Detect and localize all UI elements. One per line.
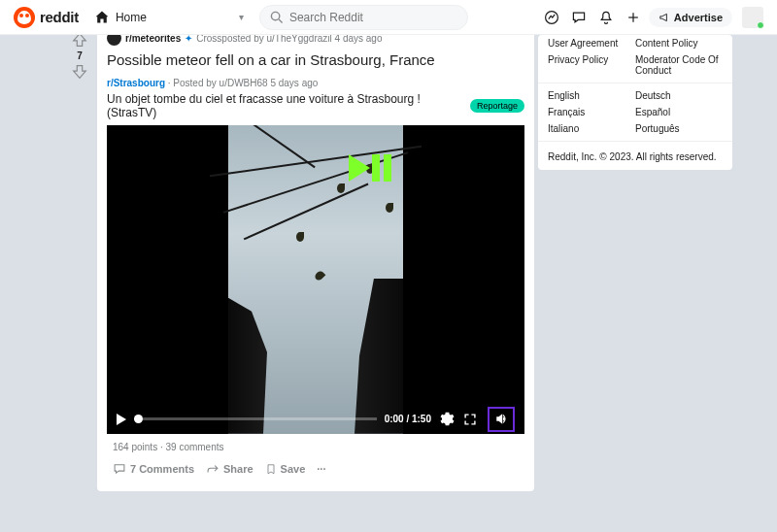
post-body: 7 r/meteorites ✦ Crossposted by u/TheYgg… [97,23,534,491]
popular-icon[interactable] [540,6,563,29]
settings-icon[interactable] [439,412,455,427]
vote-score: 7 [77,50,83,61]
footer-sidebar: User AgreementContent Policy Privacy Pol… [538,35,732,170]
search-input[interactable] [289,11,457,24]
crosspost-title: Un objet tombe du ciel et fracasse une v… [107,92,464,119]
link-mod-code[interactable]: Moderator Code Of Conduct [635,54,719,76]
reddit-snoo-icon [14,7,35,28]
video-player[interactable]: 0:00 / 1:50 [107,125,524,434]
cross-subreddit-link[interactable]: r/Strasbourg [107,78,165,88]
more-button[interactable]: ··· [317,463,325,475]
chat-icon[interactable] [567,6,591,29]
cross-posted-by: Posted by u/DWBH68 5 days ago [173,78,318,88]
post-actions: 7 Comments Share Save ··· [107,458,524,483]
feed-label: Home [116,11,233,24]
share-button[interactable]: Share [206,462,253,476]
svg-point-0 [271,12,279,19]
crosspost-title-row: Un objet tombe du ciel et fracasse une v… [107,92,524,119]
play-pause-overlay[interactable] [349,154,391,182]
save-button[interactable]: Save [265,462,306,476]
copyright-text: Reddit, Inc. © 2023. All rights reserved… [538,146,732,170]
lang-espanol[interactable]: Español [635,107,670,117]
post-flair[interactable]: Reportage [470,99,524,113]
create-post-icon[interactable] [622,6,645,29]
volume-button-highlighted[interactable] [488,407,515,432]
user-avatar[interactable] [742,7,763,28]
downvote-button[interactable] [71,63,88,81]
video-controls: 0:00 / 1:50 [107,405,524,434]
post-stats: 164 points · 39 comments [107,434,524,458]
app-header: reddit Home ▾ Advertise [0,0,777,35]
post-title: Possible meteor fell on a car in Strasbo… [107,51,524,70]
video-play-button[interactable] [117,414,126,425]
video-progress-bar[interactable] [134,417,377,420]
advertise-label: Advertise [674,12,723,23]
vote-widget: 7 [66,31,93,81]
home-icon [94,10,110,25]
lang-italiano[interactable]: Italiano [548,123,579,134]
search-icon [270,11,284,24]
fullscreen-icon[interactable] [462,412,478,427]
advertise-button[interactable]: Advertise [649,8,732,27]
lang-francais[interactable]: Français [548,107,585,117]
comments-button[interactable]: 7 Comments [113,462,194,476]
pause-icon [372,154,391,182]
chevron-down-icon: ▾ [239,12,244,22]
reddit-logo[interactable]: reddit [14,7,79,28]
progress-knob[interactable] [134,415,143,423]
lang-english[interactable]: English [548,90,580,101]
feed-selector[interactable]: Home ▾ [86,6,252,29]
post-card: 0 Comments Share Save 7 r/meteorites ✦ C… [97,0,534,491]
megaphone-icon [659,12,670,23]
svg-line-1 [279,19,283,23]
header-actions: Advertise [540,6,763,29]
lang-portugues[interactable]: Português [635,123,680,134]
link-content-policy[interactable]: Content Policy [635,38,697,49]
video-time: 0:00 / 1:50 [385,414,431,424]
post-column: 0 Comments Share Save 7 r/meteorites ✦ C… [97,0,534,491]
link-privacy-policy[interactable]: Privacy Policy [548,54,608,65]
search-bar[interactable] [259,5,468,30]
lang-deutsch[interactable]: Deutsch [635,90,671,101]
link-user-agreement[interactable]: User Agreement [548,38,618,49]
brand-text: reddit [40,9,79,25]
play-icon [349,154,370,182]
notifications-icon[interactable] [594,6,618,29]
crosspost-meta: r/Strasbourg · Posted by u/DWBH68 5 days… [107,78,524,88]
